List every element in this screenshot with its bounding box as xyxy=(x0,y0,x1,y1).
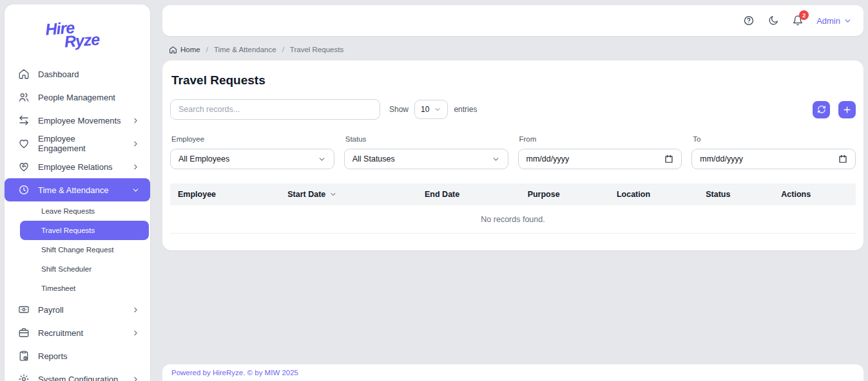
gear-icon xyxy=(18,373,30,381)
sidebar: Hire Ryze Dashboard People Management Em… xyxy=(5,5,150,381)
sidebar-item-time-attendance[interactable]: Time & Attendance xyxy=(5,178,150,201)
sidebar-item-label: System Configuration xyxy=(38,375,118,381)
chevron-down-icon xyxy=(844,17,852,25)
sidebar-item-system-configuration[interactable]: System Configuration xyxy=(5,367,150,381)
chevron-right-icon xyxy=(131,329,140,337)
sidebar-item-label: Recruitment xyxy=(38,328,83,338)
table-body: No records found. xyxy=(170,205,856,234)
filter-label: To xyxy=(693,135,854,143)
brand-logo: Hire Ryze xyxy=(5,5,150,62)
calendar-icon[interactable] xyxy=(664,154,673,163)
arrows-icon xyxy=(18,115,30,126)
chevron-right-icon xyxy=(131,116,140,125)
topbar: 2 Admin xyxy=(162,5,863,36)
sidebar-item-label: Employee Relations xyxy=(38,162,113,172)
column-header-label: Start Date xyxy=(287,190,325,199)
sidebar-item-label: People Management xyxy=(38,93,115,102)
card-bottom-padding xyxy=(170,234,856,249)
admin-label: Admin xyxy=(816,16,840,26)
travel-requests-card: Travel Requests Show 10 entries xyxy=(162,60,863,250)
submenu-item-timesheet[interactable]: Timesheet xyxy=(5,279,150,298)
submenu-item-shift-change-request[interactable]: Shift Change Request xyxy=(5,240,150,259)
calendar-icon[interactable] xyxy=(838,154,847,163)
people-icon xyxy=(18,91,30,103)
chevron-down-icon xyxy=(492,155,500,163)
breadcrumb-item[interactable]: Time & Attendance xyxy=(214,46,276,53)
sidebar-item-employee-relations[interactable]: Employee Relations xyxy=(5,155,150,178)
status-select[interactable]: All Statuses xyxy=(344,149,508,169)
footer: Powered by HireRyze. © by MIW 2025 xyxy=(162,364,863,381)
sidebar-item-label: Time & Attendance xyxy=(38,185,108,195)
column-header-employee: Employee xyxy=(170,183,280,205)
sidebar-item-payroll[interactable]: Payroll xyxy=(5,298,150,321)
filters-row: Employee All Employees Status All Status… xyxy=(170,135,856,169)
briefcase-icon xyxy=(18,327,30,339)
filter-status: Status All Statuses xyxy=(344,135,508,169)
submenu-item-label: Travel Requests xyxy=(41,227,95,234)
from-date-input[interactable]: mm/dd/yyyy xyxy=(518,149,682,169)
search-input[interactable] xyxy=(170,99,380,120)
breadcrumb-item-current: Travel Requests xyxy=(290,46,343,53)
show-label: Show xyxy=(389,105,409,114)
footer-text: Powered by HireRyze. © by MIW 2025 xyxy=(171,369,298,376)
sidebar-item-label: Dashboard xyxy=(38,70,79,79)
heart-icon xyxy=(18,138,30,149)
column-header-location: Location xyxy=(609,183,698,205)
employee-select[interactable]: All Employees xyxy=(170,149,334,169)
chevron-right-icon xyxy=(131,163,140,171)
submenu-item-label: Leave Requests xyxy=(41,207,95,215)
sidebar-item-dashboard[interactable]: Dashboard xyxy=(5,62,150,86)
chevron-right-icon xyxy=(131,306,140,314)
from-date-value: mm/dd/yyyy xyxy=(526,154,570,163)
sidebar-item-people-management[interactable]: People Management xyxy=(5,86,150,109)
filter-label: From xyxy=(519,135,681,143)
breadcrumb: Home / Time & Attendance / Travel Reques… xyxy=(162,39,863,60)
table-header-row: Employee Start Date End Date Purpose Loc… xyxy=(170,183,856,205)
submenu-item-travel-requests[interactable]: Travel Requests xyxy=(20,221,149,240)
to-date-input[interactable]: mm/dd/yyyy xyxy=(691,149,856,169)
column-header-actions: Actions xyxy=(773,183,856,205)
sidebar-item-reports[interactable]: Reports xyxy=(5,344,150,367)
filter-to: To mm/dd/yyyy xyxy=(691,135,856,169)
notification-badge: 2 xyxy=(799,10,809,20)
home-icon xyxy=(169,46,177,54)
admin-menu[interactable]: Admin xyxy=(816,16,852,26)
main-area: 2 Admin Home / Time & Attendance / Trave… xyxy=(162,0,863,381)
sidebar-item-employee-engagement[interactable]: Employee Engagement xyxy=(5,132,150,155)
sidebar-item-label: Reports xyxy=(38,351,68,361)
page-size-select[interactable]: 10 xyxy=(414,100,448,119)
help-icon[interactable] xyxy=(743,15,755,26)
to-date-value: mm/dd/yyyy xyxy=(700,154,743,163)
submenu-item-shift-scheduler[interactable]: Shift Scheduler xyxy=(5,259,150,279)
heart-handshake-icon xyxy=(18,161,30,172)
submenu-item-label: Shift Scheduler xyxy=(41,265,92,273)
submenu-item-label: Timesheet xyxy=(41,284,75,292)
sidebar-item-employee-movements[interactable]: Employee Movements xyxy=(5,109,150,132)
breadcrumb-home[interactable]: Home xyxy=(169,46,200,54)
empty-row: No records found. xyxy=(170,205,856,234)
add-request-button[interactable] xyxy=(838,101,856,118)
banknote-icon xyxy=(18,304,30,315)
sort-chevron-icon xyxy=(329,190,337,198)
page-title: Travel Requests xyxy=(171,73,854,88)
submenu-item-leave-requests[interactable]: Leave Requests xyxy=(5,201,150,221)
column-header-start-date[interactable]: Start Date xyxy=(280,183,417,205)
sidebar-item-recruitment[interactable]: Recruitment xyxy=(5,321,150,344)
moon-icon[interactable] xyxy=(767,15,779,26)
column-header-purpose: Purpose xyxy=(520,183,609,205)
chevron-down-icon xyxy=(434,106,441,113)
logo-line2: Ryze xyxy=(64,32,100,48)
sidebar-item-label: Payroll xyxy=(38,305,64,315)
breadcrumb-item: Home xyxy=(180,46,200,53)
column-header-end-date: End Date xyxy=(417,183,520,205)
breadcrumb-separator: / xyxy=(206,46,208,53)
travel-requests-table: Employee Start Date End Date Purpose Loc… xyxy=(170,183,856,234)
bell-icon[interactable]: 2 xyxy=(792,15,804,26)
sidebar-item-label: Employee Movements xyxy=(38,116,121,125)
refresh-button[interactable] xyxy=(813,101,830,118)
chevron-right-icon xyxy=(131,140,140,148)
chevron-right-icon xyxy=(131,375,140,381)
filter-label: Status xyxy=(345,135,507,143)
chevron-down-icon xyxy=(318,155,326,163)
sidebar-nav: Dashboard People Management Employee Mov… xyxy=(5,62,150,381)
